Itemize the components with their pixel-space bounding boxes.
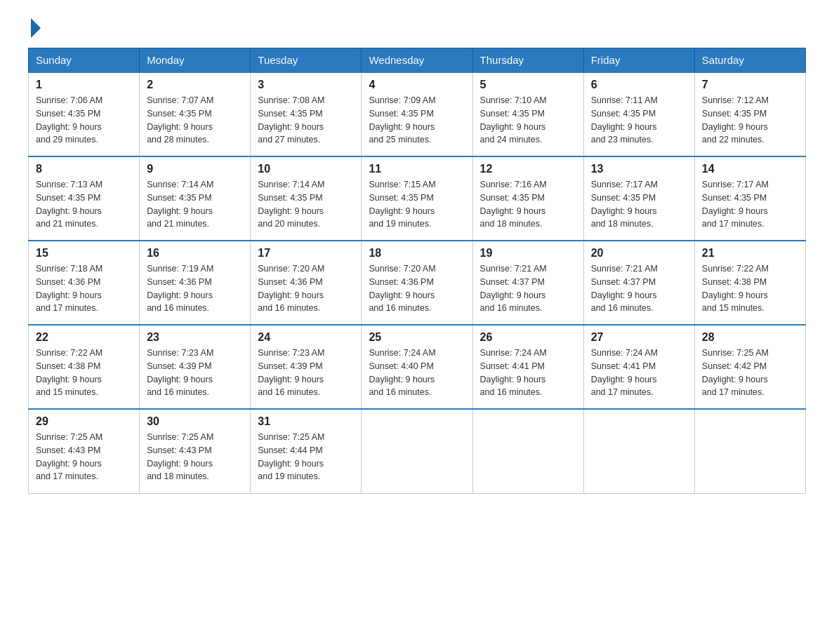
calendar-weekday-monday: Monday bbox=[140, 48, 251, 73]
calendar-day-cell: 25Sunrise: 7:24 AMSunset: 4:40 PMDayligh… bbox=[362, 325, 472, 409]
calendar-day-cell: 11Sunrise: 7:15 AMSunset: 4:35 PMDayligh… bbox=[362, 156, 472, 241]
calendar-body: 1Sunrise: 7:06 AMSunset: 4:35 PMDaylight… bbox=[29, 72, 806, 493]
day-number: 13 bbox=[591, 163, 687, 175]
calendar-day-cell: 22Sunrise: 7:22 AMSunset: 4:38 PMDayligh… bbox=[29, 325, 140, 409]
calendar-day-cell: 1Sunrise: 7:06 AMSunset: 4:35 PMDaylight… bbox=[29, 72, 140, 156]
day-info: Sunrise: 7:21 AMSunset: 4:37 PMDaylight:… bbox=[591, 262, 687, 315]
calendar-day-cell: 4Sunrise: 7:09 AMSunset: 4:35 PMDaylight… bbox=[362, 72, 472, 156]
calendar-week-row: 8Sunrise: 7:13 AMSunset: 4:35 PMDaylight… bbox=[29, 156, 806, 241]
calendar-day-cell: 29Sunrise: 7:25 AMSunset: 4:43 PMDayligh… bbox=[29, 409, 140, 493]
calendar-day-cell: 10Sunrise: 7:14 AMSunset: 4:35 PMDayligh… bbox=[251, 156, 362, 241]
day-number: 19 bbox=[480, 247, 576, 260]
day-number: 28 bbox=[702, 331, 798, 344]
day-number: 30 bbox=[147, 415, 243, 428]
calendar-day-cell: 13Sunrise: 7:17 AMSunset: 4:35 PMDayligh… bbox=[583, 156, 694, 241]
calendar-day-cell: 15Sunrise: 7:18 AMSunset: 4:36 PMDayligh… bbox=[29, 241, 140, 325]
day-number: 5 bbox=[480, 79, 576, 91]
logo-triangle-icon bbox=[31, 18, 41, 38]
calendar-day-cell: 23Sunrise: 7:23 AMSunset: 4:39 PMDayligh… bbox=[140, 325, 251, 409]
day-number: 8 bbox=[36, 163, 132, 175]
calendar-weekday-saturday: Saturday bbox=[694, 48, 805, 73]
calendar-day-cell: 17Sunrise: 7:20 AMSunset: 4:36 PMDayligh… bbox=[251, 241, 362, 325]
day-number: 18 bbox=[369, 247, 465, 260]
day-number: 15 bbox=[36, 247, 132, 260]
calendar-day-cell: 7Sunrise: 7:12 AMSunset: 4:35 PMDaylight… bbox=[694, 72, 805, 156]
day-info: Sunrise: 7:08 AMSunset: 4:35 PMDaylight:… bbox=[258, 94, 354, 147]
day-number: 31 bbox=[258, 415, 354, 428]
day-info: Sunrise: 7:19 AMSunset: 4:36 PMDaylight:… bbox=[147, 262, 243, 315]
day-number: 27 bbox=[591, 331, 687, 344]
calendar-day-cell: 9Sunrise: 7:14 AMSunset: 4:35 PMDaylight… bbox=[140, 156, 251, 241]
day-number: 10 bbox=[258, 163, 354, 175]
day-info: Sunrise: 7:23 AMSunset: 4:39 PMDaylight:… bbox=[258, 347, 354, 399]
day-info: Sunrise: 7:06 AMSunset: 4:35 PMDaylight:… bbox=[36, 94, 132, 147]
day-info: Sunrise: 7:14 AMSunset: 4:35 PMDaylight:… bbox=[147, 178, 243, 231]
day-info: Sunrise: 7:09 AMSunset: 4:35 PMDaylight:… bbox=[369, 94, 465, 147]
day-number: 9 bbox=[147, 163, 243, 175]
calendar-day-cell: 12Sunrise: 7:16 AMSunset: 4:35 PMDayligh… bbox=[472, 156, 583, 241]
logo bbox=[28, 21, 41, 34]
day-number: 26 bbox=[480, 331, 576, 344]
day-number: 6 bbox=[591, 79, 687, 91]
day-number: 29 bbox=[36, 415, 132, 428]
day-info: Sunrise: 7:17 AMSunset: 4:35 PMDaylight:… bbox=[591, 178, 687, 231]
day-info: Sunrise: 7:20 AMSunset: 4:36 PMDaylight:… bbox=[258, 262, 354, 315]
day-info: Sunrise: 7:14 AMSunset: 4:35 PMDaylight:… bbox=[258, 178, 354, 231]
calendar-day-cell: 30Sunrise: 7:25 AMSunset: 4:43 PMDayligh… bbox=[140, 409, 251, 493]
day-info: Sunrise: 7:10 AMSunset: 4:35 PMDaylight:… bbox=[480, 94, 576, 147]
day-number: 20 bbox=[591, 247, 687, 260]
calendar-day-cell: 26Sunrise: 7:24 AMSunset: 4:41 PMDayligh… bbox=[472, 325, 583, 409]
calendar-weekday-thursday: Thursday bbox=[472, 48, 583, 73]
day-info: Sunrise: 7:24 AMSunset: 4:41 PMDaylight:… bbox=[591, 347, 687, 399]
day-info: Sunrise: 7:24 AMSunset: 4:40 PMDaylight:… bbox=[369, 347, 465, 399]
calendar-day-cell: 6Sunrise: 7:11 AMSunset: 4:35 PMDaylight… bbox=[583, 72, 694, 156]
day-number: 16 bbox=[147, 247, 243, 260]
calendar-day-cell: 19Sunrise: 7:21 AMSunset: 4:37 PMDayligh… bbox=[472, 241, 583, 325]
day-info: Sunrise: 7:13 AMSunset: 4:35 PMDaylight:… bbox=[36, 178, 132, 231]
calendar-week-row: 15Sunrise: 7:18 AMSunset: 4:36 PMDayligh… bbox=[29, 241, 806, 325]
calendar-day-cell bbox=[694, 409, 805, 493]
calendar-weekday-tuesday: Tuesday bbox=[251, 48, 362, 73]
calendar-day-cell bbox=[472, 409, 583, 493]
calendar-day-cell: 14Sunrise: 7:17 AMSunset: 4:35 PMDayligh… bbox=[694, 156, 805, 241]
calendar-week-row: 22Sunrise: 7:22 AMSunset: 4:38 PMDayligh… bbox=[29, 325, 806, 409]
calendar-week-row: 29Sunrise: 7:25 AMSunset: 4:43 PMDayligh… bbox=[29, 409, 806, 493]
day-number: 3 bbox=[258, 79, 354, 91]
day-number: 17 bbox=[258, 247, 354, 260]
day-info: Sunrise: 7:11 AMSunset: 4:35 PMDaylight:… bbox=[591, 94, 687, 147]
day-number: 21 bbox=[702, 247, 798, 260]
day-info: Sunrise: 7:25 AMSunset: 4:42 PMDaylight:… bbox=[702, 347, 798, 399]
calendar-day-cell: 28Sunrise: 7:25 AMSunset: 4:42 PMDayligh… bbox=[694, 325, 805, 409]
day-info: Sunrise: 7:17 AMSunset: 4:35 PMDaylight:… bbox=[702, 178, 798, 231]
day-info: Sunrise: 7:18 AMSunset: 4:36 PMDaylight:… bbox=[36, 262, 132, 315]
day-info: Sunrise: 7:25 AMSunset: 4:43 PMDaylight:… bbox=[147, 431, 243, 483]
day-info: Sunrise: 7:16 AMSunset: 4:35 PMDaylight:… bbox=[480, 178, 576, 231]
day-number: 11 bbox=[369, 163, 465, 175]
day-number: 24 bbox=[258, 331, 354, 344]
day-number: 4 bbox=[369, 79, 465, 91]
calendar-header-row: SundayMondayTuesdayWednesdayThursdayFrid… bbox=[29, 48, 806, 73]
day-number: 7 bbox=[702, 79, 798, 91]
day-number: 23 bbox=[147, 331, 243, 344]
day-info: Sunrise: 7:07 AMSunset: 4:35 PMDaylight:… bbox=[147, 94, 243, 147]
day-number: 25 bbox=[369, 331, 465, 344]
day-info: Sunrise: 7:22 AMSunset: 4:38 PMDaylight:… bbox=[36, 347, 132, 399]
calendar-day-cell: 16Sunrise: 7:19 AMSunset: 4:36 PMDayligh… bbox=[140, 241, 251, 325]
calendar-day-cell: 18Sunrise: 7:20 AMSunset: 4:36 PMDayligh… bbox=[362, 241, 472, 325]
calendar-day-cell bbox=[362, 409, 472, 493]
calendar-day-cell: 20Sunrise: 7:21 AMSunset: 4:37 PMDayligh… bbox=[583, 241, 694, 325]
calendar-day-cell bbox=[583, 409, 694, 493]
day-info: Sunrise: 7:12 AMSunset: 4:35 PMDaylight:… bbox=[702, 94, 798, 147]
calendar-day-cell: 3Sunrise: 7:08 AMSunset: 4:35 PMDaylight… bbox=[251, 72, 362, 156]
day-number: 12 bbox=[480, 163, 576, 175]
calendar-day-cell: 31Sunrise: 7:25 AMSunset: 4:44 PMDayligh… bbox=[251, 409, 362, 493]
calendar-day-cell: 24Sunrise: 7:23 AMSunset: 4:39 PMDayligh… bbox=[251, 325, 362, 409]
calendar-day-cell: 21Sunrise: 7:22 AMSunset: 4:38 PMDayligh… bbox=[694, 241, 805, 325]
day-number: 14 bbox=[702, 163, 798, 175]
day-info: Sunrise: 7:23 AMSunset: 4:39 PMDaylight:… bbox=[147, 347, 243, 399]
calendar-weekday-friday: Friday bbox=[583, 48, 694, 73]
calendar-day-cell: 5Sunrise: 7:10 AMSunset: 4:35 PMDaylight… bbox=[472, 72, 583, 156]
day-info: Sunrise: 7:15 AMSunset: 4:35 PMDaylight:… bbox=[369, 178, 465, 231]
day-info: Sunrise: 7:25 AMSunset: 4:43 PMDaylight:… bbox=[36, 431, 132, 483]
page-header bbox=[28, 21, 806, 34]
